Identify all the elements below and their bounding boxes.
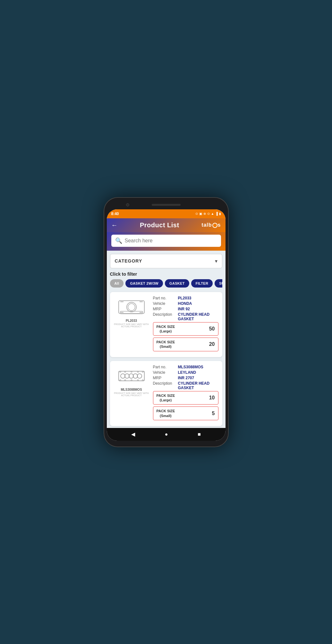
- part-no-value-1: PL2033: [178, 296, 192, 300]
- svg-point-10: [125, 374, 129, 378]
- filter-chip-gasket2w3w[interactable]: GASKET 2W/3W: [125, 279, 163, 288]
- search-input[interactable]: [125, 238, 217, 244]
- pack-size-label-large-1: PACK SIZE(Large): [157, 324, 175, 334]
- product-details-1: Part no. PL2033 Vehicle HONDA MRP INR 92…: [153, 296, 218, 353]
- info-row-mrp-2: MRP INR 2707: [153, 376, 218, 380]
- svg-point-12: [133, 374, 138, 378]
- phone-speaker: [152, 204, 181, 206]
- svg-rect-5: [140, 301, 143, 302]
- product-image: [117, 296, 146, 318]
- mrp-label: MRP: [153, 307, 175, 311]
- content-area: CATEGORY ▾ Click to filter All GASKET 2W…: [107, 251, 226, 428]
- description-value-1: CYLINDER HEADGASKET: [178, 312, 210, 321]
- info-row-partno-2: Part no. MLS3088MOS: [153, 365, 218, 369]
- chevron-down-icon: ▾: [215, 258, 217, 264]
- svg-point-9: [121, 374, 125, 378]
- vehicle-label: Vehicle: [153, 301, 175, 306]
- svg-rect-4: [120, 301, 123, 302]
- filter-chip-sus[interactable]: SUS…: [215, 279, 222, 288]
- product-image-2: [117, 365, 146, 387]
- description-label: Description: [153, 312, 175, 321]
- location2-icon: ⊙: [207, 212, 210, 215]
- info-row-vehicle-2: Vehicle LEYLAND: [153, 370, 218, 375]
- product-image-area: PL2033 PRODUCT SIZE MAY VARY WITH ACTUAL…: [114, 296, 149, 353]
- description-label-2: Description: [153, 381, 175, 390]
- filter-chips: All GASKET 2W/3W GASKET FILTER SUS…: [110, 279, 222, 289]
- nav-recent-button[interactable]: ■: [198, 431, 201, 437]
- pack-size-value-large-2: 10: [209, 395, 215, 401]
- status-time: 8:40: [111, 212, 119, 216]
- phone-screen: 8:40 ⊙ ▣ ⊗ ⊙ ▲ ▐ ▮ ← Product List talbs …: [107, 209, 226, 441]
- product-card-2: MLS3088MOS PRODUCT SIZE MAY VARY WITH AC…: [110, 361, 222, 426]
- pack-size-value-large-1: 50: [209, 326, 215, 332]
- svg-rect-6: [120, 312, 123, 314]
- product-card: PL2033 PRODUCT SIZE MAY VARY WITH ACTUAL…: [110, 292, 222, 357]
- phone-bottom-area: [107, 441, 226, 444]
- search-bar-container: 🔍: [107, 232, 226, 251]
- pack-size-label-large-2: PACK SIZE(Large): [157, 393, 175, 403]
- status-bar: 8:40 ⊙ ▣ ⊗ ⊙ ▲ ▐ ▮: [107, 209, 226, 218]
- svg-point-13: [137, 374, 142, 378]
- nav-back-button[interactable]: ◀: [131, 431, 135, 437]
- status-icons: ⊙ ▣ ⊗ ⊙ ▲ ▐ ▮: [195, 212, 221, 215]
- product-image-area-2: MLS3088MOS PRODUCT SIZE MAY VARY WITH AC…: [114, 365, 149, 422]
- pack-size-label-small-1: PACK SIZE(Small): [157, 340, 175, 349]
- filter-title: Click to filter: [110, 272, 222, 277]
- pack-size-large-1[interactable]: PACK SIZE(Large) 50: [153, 322, 218, 336]
- pack-size-large-2[interactable]: PACK SIZE(Large) 10: [153, 391, 218, 405]
- back-button[interactable]: ←: [111, 222, 118, 229]
- info-row-partno-1: Part no. PL2033: [153, 296, 218, 300]
- phone-device: 8:40 ⊙ ▣ ⊗ ⊙ ▲ ▐ ▮ ← Product List talbs …: [104, 197, 229, 447]
- product-details-2: Part no. MLS3088MOS Vehicle LEYLAND MRP …: [153, 365, 218, 422]
- signal-icon: ▐: [215, 212, 217, 215]
- svg-point-2: [128, 304, 135, 311]
- pack-size-small-2[interactable]: PACK SIZE(Small) 5: [153, 406, 218, 420]
- category-dropdown[interactable]: CATEGORY ▾: [110, 254, 222, 268]
- vehicle-value-2: LEYLAND: [178, 370, 196, 375]
- page-title: Product List: [140, 222, 179, 229]
- filter-chip-filter[interactable]: FILTER: [191, 279, 213, 288]
- mrp-value-1: INR 92: [178, 307, 190, 311]
- part-no-label: Part no.: [153, 296, 175, 300]
- info-row-desc-1: Description CYLINDER HEADGASKET: [153, 312, 218, 321]
- pack-size-value-small-1: 20: [209, 341, 215, 347]
- svg-rect-7: [140, 312, 143, 314]
- bottom-nav: ◀ ● ■: [107, 428, 226, 441]
- battery-icon: ▮: [219, 212, 221, 215]
- vehicle-value-1: HONDA: [178, 301, 192, 306]
- app-logo: talbs: [201, 222, 221, 228]
- wallet-icon: ▣: [199, 212, 202, 215]
- info-row-vehicle-1: Vehicle HONDA: [153, 301, 218, 306]
- category-label: CATEGORY: [115, 258, 142, 263]
- part-no-label-2: Part no.: [153, 365, 175, 369]
- product-image-note-2: PRODUCT SIZE MAY VARY WITH ACTUAL PRODUC…: [114, 392, 149, 397]
- nav-home-button[interactable]: ●: [165, 431, 168, 437]
- camera-dot: [126, 203, 129, 206]
- filter-chip-all[interactable]: All: [110, 279, 124, 288]
- mrp-label-2: MRP: [153, 376, 175, 380]
- do-not-disturb-icon: ⊗: [203, 212, 206, 215]
- svg-point-11: [129, 374, 133, 378]
- app-header: ← Product List talbs: [107, 218, 226, 232]
- search-bar[interactable]: 🔍: [111, 235, 221, 247]
- pack-size-value-small-2: 5: [212, 411, 215, 416]
- pack-size-label-small-2: PACK SIZE(Small): [157, 409, 175, 418]
- pack-size-small-1[interactable]: PACK SIZE(Small) 20: [153, 338, 218, 351]
- mrp-value-2: INR 2707: [178, 376, 194, 380]
- location-icon: ⊙: [195, 212, 198, 215]
- info-row-mrp-1: MRP INR 92: [153, 307, 218, 311]
- search-icon: 🔍: [115, 237, 122, 244]
- product-part-label-1: PL2033: [126, 319, 137, 322]
- info-row-desc-2: Description CYLINDER HEADGASKET: [153, 381, 218, 390]
- product-part-label-2: MLS3088MOS: [121, 388, 142, 391]
- description-value-2: CYLINDER HEADGASKET: [178, 381, 210, 390]
- wifi-icon: ▲: [211, 212, 214, 215]
- part-no-value-2: MLS3088MOS: [178, 365, 203, 369]
- filter-chip-gasket[interactable]: GASKET: [165, 279, 189, 288]
- filter-section: Click to filter All GASKET 2W/3W GASKET …: [110, 272, 222, 289]
- product-image-note-1: PRODUCT SIZE MAY VARY WITH ACTUAL PRODUC…: [114, 323, 149, 328]
- vehicle-label-2: Vehicle: [153, 370, 175, 375]
- phone-camera-area: [107, 200, 226, 209]
